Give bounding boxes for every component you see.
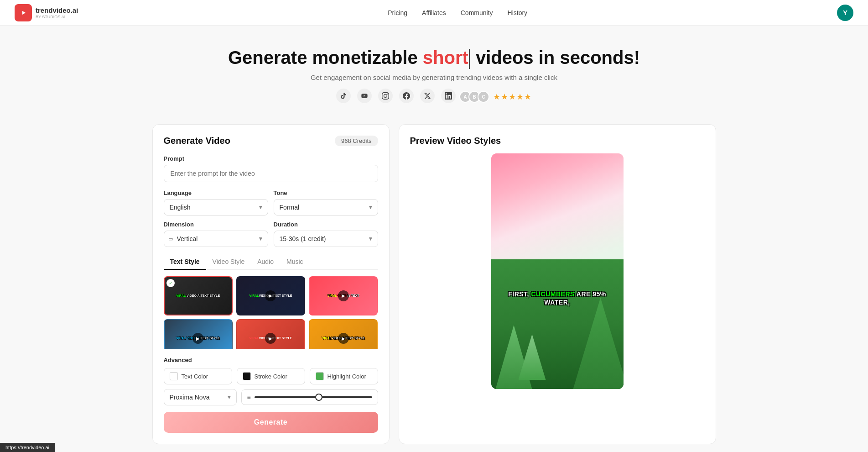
facebook-icon[interactable] <box>399 89 414 103</box>
navbar: trendvideo.ai BY STUDIOS.AI Pricing Affi… <box>0 0 868 26</box>
logo-icon <box>15 4 32 21</box>
stroke-color-button[interactable]: Stroke Color <box>237 368 305 384</box>
status-url: https://trendvideo.ai <box>5 445 49 450</box>
prompt-label: Prompt <box>164 155 378 162</box>
hero-section: Generate monetizable short videos in sec… <box>0 26 868 117</box>
nav-history[interactable]: History <box>508 9 528 16</box>
logo-sub: BY STUDIOS.AI <box>36 15 78 19</box>
prompt-input[interactable] <box>164 165 378 182</box>
hero-title: Generate monetizable short videos in sec… <box>15 47 853 69</box>
style-card-6-play[interactable]: ▶ <box>338 333 349 344</box>
youtube-icon[interactable] <box>357 89 372 103</box>
hero-title-before: Generate monetizable <box>228 47 423 68</box>
style-card-6[interactable]: VIRAL VIDEOAI TEXT STYLE ▶ <box>309 319 378 350</box>
tab-text-style[interactable]: Text Style <box>164 254 206 270</box>
tone-group: Tone Formal ▼ <box>274 189 378 215</box>
tone-label: Tone <box>274 189 378 196</box>
linkedin-icon[interactable] <box>441 89 456 103</box>
language-label: Language <box>164 189 268 196</box>
video-preview: FIRST, CUCUMBERS ARE 95%WATER, <box>491 153 624 389</box>
social-icons-row: A B C ★★★★★ <box>15 89 853 103</box>
avatars-small: A B C <box>462 91 489 103</box>
tab-video-style[interactable]: Video Style <box>206 254 251 270</box>
tone-select-wrapper: Formal ▼ <box>274 199 378 215</box>
hero-title-highlight: short <box>423 47 468 68</box>
rating-row: A B C ★★★★★ <box>462 91 532 103</box>
panel-header: Generate Video 968 Credits <box>164 136 378 146</box>
color-row: Text Color Stroke Color Highlight Color <box>164 368 378 384</box>
logo-text: trendvideo.ai <box>36 6 78 14</box>
hero-subtitle: Get engagement on social media by genera… <box>15 74 853 81</box>
dimension-select-wrapper: ▭ Vertical ▼ <box>164 231 268 247</box>
style-card-3[interactable]: VIRAL VIDEOAI TEXT ▶ <box>309 276 378 315</box>
line-spacing-control: ≡ <box>241 389 378 405</box>
nav-affiliates[interactable]: Affiliates <box>422 9 446 16</box>
style-card-4-play[interactable]: ▶ <box>192 333 203 344</box>
cursor <box>469 49 470 69</box>
tiktok-icon[interactable] <box>336 89 351 103</box>
style-card-5-play[interactable]: ▶ <box>265 333 276 344</box>
duration-group: Duration 15-30s (1 credit) ▼ <box>274 221 378 247</box>
left-panel: Generate Video 968 Credits Prompt Langua… <box>152 124 390 444</box>
style-grid: VIRAL VIDEO AITEXT STYLE ✓ VIRAL VIDEO A… <box>164 276 378 349</box>
preview-tree-1 <box>573 298 624 389</box>
main-content: Generate Video 968 Credits Prompt Langua… <box>138 117 731 452</box>
style-card-2[interactable]: VIRAL VIDEO AITEXT STYLE ▶ <box>236 276 305 315</box>
credits-badge: 968 Credits <box>335 136 378 146</box>
hero-title-after: videos in seconds! <box>471 47 640 68</box>
tab-audio[interactable]: Audio <box>251 254 280 270</box>
style-card-3-play[interactable]: ▶ <box>338 290 349 301</box>
status-bar: https://trendvideo.ai <box>0 443 55 452</box>
language-select-wrapper: English ▼ <box>164 199 268 215</box>
tab-music[interactable]: Music <box>280 254 310 270</box>
dim-dur-row: Dimension ▭ Vertical ▼ Duration 15-30s (… <box>164 221 378 247</box>
style-card-1-check: ✓ <box>166 279 175 287</box>
text-color-button[interactable]: Text Color <box>164 368 232 384</box>
text-color-swatch <box>170 372 178 380</box>
font-select[interactable]: Proxima Nova <box>164 389 237 405</box>
text-color-label: Text Color <box>182 373 208 380</box>
dimension-group: Dimension ▭ Vertical ▼ <box>164 221 268 247</box>
highlight-color-swatch <box>316 372 324 380</box>
highlight-color-button[interactable]: Highlight Color <box>310 368 378 384</box>
navbar-right: Y <box>837 5 853 21</box>
logo[interactable]: trendvideo.ai BY STUDIOS.AI <box>15 4 78 21</box>
tone-select[interactable]: Formal <box>274 199 378 215</box>
dimension-select[interactable]: Vertical <box>164 231 268 247</box>
font-row: Proxima Nova ▼ ≡ <box>164 389 378 405</box>
twitter-icon[interactable] <box>420 89 435 103</box>
right-panel: Preview Video Styles FIRST, CUCUMBERS AR… <box>399 124 716 444</box>
line-spacing-slider[interactable] <box>255 396 372 398</box>
dimension-label: Dimension <box>164 221 268 228</box>
avatar-3: C <box>478 91 489 103</box>
duration-select[interactable]: 15-30s (1 credit) <box>274 231 378 247</box>
star-rating: ★★★★★ <box>493 92 532 102</box>
style-card-5[interactable]: VIRAL VIDEO AITEXT STYLE ▶ <box>236 319 305 350</box>
style-card-1-text: VIRAL VIDEO AITEXT STYLE <box>165 277 232 314</box>
duration-label: Duration <box>274 221 378 228</box>
preview-trees <box>491 259 624 389</box>
language-select[interactable]: English <box>164 199 268 215</box>
style-card-4[interactable]: VIRAL VIDEO AITEXT STYLE ▶ <box>164 319 233 350</box>
preview-highlight: CUCUMBERS <box>531 290 575 298</box>
font-select-wrapper: Proxima Nova ▼ <box>164 389 237 405</box>
user-avatar[interactable]: Y <box>837 5 853 21</box>
stroke-color-swatch <box>243 372 251 380</box>
line-spacing-icon: ≡ <box>247 394 251 401</box>
duration-select-wrapper: 15-30s (1 credit) ▼ <box>274 231 378 247</box>
panel-title: Generate Video <box>164 136 230 146</box>
style-tabs: Text Style Video Style Audio Music <box>164 254 378 270</box>
preview-text-overlay: FIRST, CUCUMBERS ARE 95%WATER, <box>501 290 613 306</box>
preview-caption: FIRST, CUCUMBERS ARE 95%WATER, <box>501 290 613 306</box>
stroke-color-label: Stroke Color <box>255 373 287 380</box>
lang-tone-row: Language English ▼ Tone Formal ▼ <box>164 189 378 215</box>
preview-background: FIRST, CUCUMBERS ARE 95%WATER, <box>491 153 624 389</box>
nav-community[interactable]: Community <box>461 9 493 16</box>
generate-button[interactable]: Generate <box>164 412 378 433</box>
style-card-1[interactable]: VIRAL VIDEO AITEXT STYLE ✓ <box>164 276 233 315</box>
highlight-color-label: Highlight Color <box>327 373 366 380</box>
style-card-2-play[interactable]: ▶ <box>265 290 276 301</box>
advanced-label: Advanced <box>164 357 378 363</box>
nav-pricing[interactable]: Pricing <box>388 9 407 16</box>
instagram-icon[interactable] <box>378 89 393 103</box>
